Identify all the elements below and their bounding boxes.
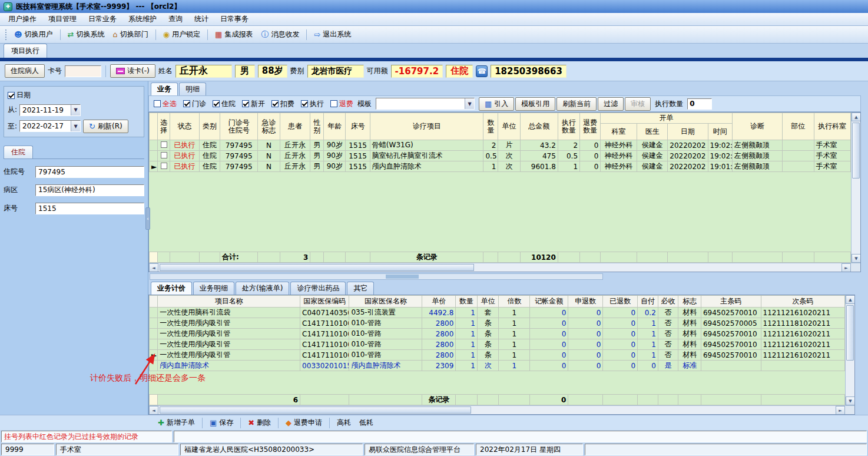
checkbox-icon[interactable] <box>213 100 220 107</box>
chevron-down-icon[interactable]: ▼ <box>71 105 80 115</box>
tab-other[interactable]: 其它 <box>347 282 374 295</box>
scroll-left-icon[interactable]: ◄ <box>149 263 158 272</box>
filter-checkbox[interactable]: 住院 <box>213 99 236 109</box>
tab-business-pricing[interactable]: 业务计价 <box>151 282 192 295</box>
to-date-combo[interactable]: 2022-02-17 ▼ <box>19 120 81 132</box>
from-date-combo[interactable]: 2021-11-19 ▼ <box>19 104 81 116</box>
checkbox-icon[interactable] <box>242 100 249 107</box>
scroll-up-icon[interactable]: ▲ <box>846 295 855 304</box>
chevron-down-icon[interactable]: ▼ <box>71 121 80 131</box>
scrollbar-track[interactable] <box>846 304 854 396</box>
tab-inpatient[interactable]: 住院 <box>4 146 33 158</box>
filter-checkbox[interactable]: 执行 <box>301 99 324 109</box>
tab-business-detail[interactable]: 业务明细 <box>193 282 234 295</box>
tab-project-execution[interactable]: 项目执行 <box>4 44 47 58</box>
read-card-button[interactable]: 读卡(-) <box>110 64 155 78</box>
refresh-button[interactable]: ↻ 刷新(R) <box>83 120 128 133</box>
row-checkbox[interactable] <box>161 152 167 158</box>
scrollbar-track[interactable] <box>158 406 836 414</box>
message-button[interactable]: ⓘ消息收发 <box>257 28 303 41</box>
tab-prescription[interactable]: 处方(输液单) <box>236 282 289 295</box>
scroll-up-icon[interactable]: ▲ <box>852 113 861 121</box>
horizontal-scrollbar[interactable]: ◄ ► <box>149 263 851 272</box>
scrollbar-thumb[interactable] <box>846 305 854 361</box>
scroll-left-icon[interactable]: ◄ <box>149 406 158 415</box>
filter-checkbox[interactable]: 扣费 <box>271 99 294 109</box>
scroll-down-icon[interactable]: ▼ <box>846 396 855 405</box>
card-no-field[interactable] <box>65 65 101 77</box>
vertical-scrollbar[interactable]: ▲ ▼ <box>845 295 854 405</box>
field-input[interactable]: 797495 <box>35 166 144 178</box>
table-row[interactable]: ►已执行住院797495N丘开永男90岁1515颅内血肿清除术1次9601.81… <box>150 161 851 172</box>
delete-button[interactable]: ✖删除 <box>244 416 274 429</box>
checkbox-icon[interactable] <box>271 100 279 107</box>
switch-department-button[interactable]: ⌂切换部门 <box>109 28 151 41</box>
add-suborder-button[interactable]: ✚新增子单 <box>154 416 198 429</box>
menu-item[interactable]: 日常业务 <box>82 13 122 25</box>
menu-item[interactable]: 系统维护 <box>122 13 163 25</box>
splitter-scrollbar[interactable] <box>150 273 603 280</box>
table-row[interactable]: 已执行住院797495N丘开永男90岁1515脑室钻孔伴脑室引流术0.5次475… <box>150 151 851 161</box>
chevron-down-icon[interactable]: ▼ <box>465 98 474 109</box>
table-row[interactable]: 已执行住院797495N丘开永男90岁1515骨蜡(W31G)2片43.220神… <box>150 140 851 151</box>
save-button[interactable]: ▣保存 <box>206 416 237 429</box>
phone-icon[interactable]: ☎ <box>476 65 488 77</box>
scrollbar-thumb[interactable] <box>160 407 471 414</box>
horizontal-scrollbar[interactable]: ◄ ► <box>149 405 845 414</box>
user-lock-button[interactable]: ◉用户锁定 <box>160 28 204 41</box>
refund-request-button[interactable]: ◆退费申请 <box>282 416 326 429</box>
field-input[interactable]: 1515 <box>35 203 144 214</box>
template-ref-button[interactable]: 模板引用 <box>515 97 555 111</box>
filter-checkbox[interactable]: 退费 <box>330 99 353 109</box>
checkbox-icon[interactable] <box>8 92 15 99</box>
filter-checkbox[interactable]: 新开 <box>242 99 265 109</box>
splitter[interactable] <box>148 272 861 280</box>
inpatient-button[interactable]: 住院病人 <box>5 64 45 78</box>
scrollbar-thumb[interactable] <box>852 123 860 179</box>
scrollbar-thumb[interactable] <box>386 275 419 279</box>
vertical-scrollbar[interactable]: ▲ ▼ <box>851 113 860 263</box>
date-checkbox[interactable]: 日期 <box>8 90 31 100</box>
scrollbar-thumb[interactable] <box>160 264 474 271</box>
switch-system-button[interactable]: ⇄切换系统 <box>64 28 108 41</box>
menu-item[interactable]: 日常事务 <box>214 13 254 25</box>
table-row[interactable]: 一次性使用颅内吸引管C1417110100(010-管路28001条10001否… <box>150 329 845 339</box>
filter-checkbox[interactable]: 全选 <box>154 99 177 109</box>
audit-button[interactable]: 审核 <box>625 97 651 111</box>
scrollbar-track[interactable] <box>158 263 842 272</box>
scrollbar-track[interactable] <box>852 121 860 254</box>
checkbox-icon[interactable] <box>183 100 190 107</box>
table-row[interactable]: 一次性使用脑科引流袋C0407140350(035-引流装置4492.81套10… <box>150 308 845 318</box>
menu-item[interactable]: 用户操作 <box>2 13 42 25</box>
menu-item[interactable]: 统计 <box>188 13 214 25</box>
tab-treatment-drugs[interactable]: 诊疗带出药品 <box>290 282 346 295</box>
low-consumable-button[interactable]: 低耗 <box>356 416 377 429</box>
tab-detail[interactable]: 明细 <box>179 82 206 95</box>
scroll-right-icon[interactable]: ► <box>842 263 851 272</box>
filter-checkbox[interactable]: 门诊 <box>183 99 206 109</box>
menu-item[interactable]: 项目管理 <box>42 13 82 25</box>
scroll-right-icon[interactable]: ► <box>836 406 845 415</box>
exit-button[interactable]: ⇨退出系统 <box>310 28 355 41</box>
checkbox-icon[interactable] <box>330 100 337 107</box>
scroll-down-icon[interactable]: ▼ <box>852 254 861 263</box>
integrated-report-button[interactable]: ▦集成报表 <box>211 28 256 41</box>
refresh-current-button[interactable]: 刷新当前 <box>556 97 597 111</box>
table-row[interactable]: 一次性使用颅内吸引管C1417110100(010-管路28001条10001否… <box>150 318 845 329</box>
menu-item[interactable]: 查询 <box>163 13 188 25</box>
collapse-handle[interactable]: ‹ <box>145 207 150 230</box>
row-checkbox[interactable] <box>161 141 167 148</box>
tab-business[interactable]: 业务 <box>151 82 178 95</box>
checkbox-icon[interactable] <box>301 100 308 107</box>
table-row[interactable]: 颅内血肿清除术003302010150颅内血肿清除术23091次10000是标准 <box>150 361 845 371</box>
template-combo[interactable]: ▼ <box>376 98 475 110</box>
row-checkbox[interactable] <box>161 163 167 169</box>
high-consumable-button[interactable]: 高耗 <box>333 416 355 429</box>
table-row[interactable]: 一次性使用颅内吸引管C1417110100(010-管路28001条10001否… <box>150 339 845 350</box>
table-row[interactable]: ►一次性使用颅内吸引管C1417110100(010-管路28001条10001… <box>150 350 845 361</box>
exec-qty-field[interactable]: 0 <box>687 98 712 110</box>
filter-button[interactable]: 过滤 <box>598 97 624 111</box>
switch-user-button[interactable]: ☻切换用户 <box>11 28 57 41</box>
field-input[interactable]: 15病区(神经外科) <box>35 184 144 196</box>
import-button[interactable]: ▦引入 <box>479 97 514 111</box>
